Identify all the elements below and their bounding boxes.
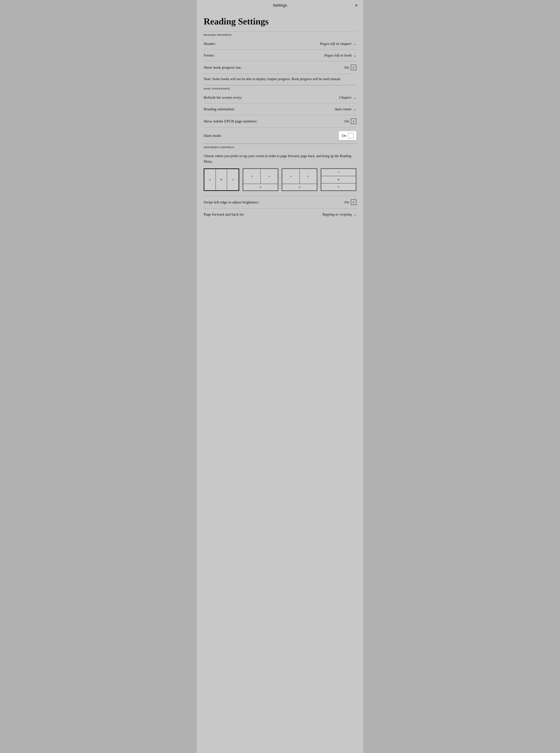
- header-setting-row: Header: Pages left in chapter ⌄: [204, 38, 356, 49]
- layout3-inner: > < ≡: [282, 169, 317, 190]
- epub-checkbox[interactable]: [351, 119, 356, 124]
- layout-box-3: > < ≡: [282, 168, 317, 191]
- refresh-chevron-icon: ⌄: [353, 95, 356, 100]
- layout1-left: <: [204, 169, 216, 190]
- layout-option-3[interactable]: > < ≡: [282, 168, 317, 191]
- dark-mode-setting-row: Dark mode: On: [204, 128, 356, 144]
- layout-option-1[interactable]: < ≡ >: [204, 168, 239, 191]
- epub-state: On: [344, 119, 349, 123]
- section-reading-progress: READING PROGRESS: [204, 32, 356, 38]
- page-title: Reading Settings: [204, 16, 356, 26]
- footer-dropdown[interactable]: Pages left in book ⌄: [324, 53, 356, 58]
- header-chevron-icon: ⌄: [353, 42, 356, 46]
- dark-mode-label: Dark mode:: [204, 134, 222, 138]
- footer-setting-row: Footer: Pages left in book ⌄: [204, 49, 356, 61]
- refresh-label: Refresh the screen every:: [204, 95, 242, 100]
- onscreen-description: Choose where you prefer to tap your scre…: [204, 150, 356, 168]
- section-onscreen-controls: ONSCREEN CONTROLS: [204, 144, 356, 150]
- layout-box-1: < ≡ >: [204, 168, 239, 191]
- brightness-setting-row: Swipe left edge to adjust brightness: On: [204, 196, 356, 209]
- brightness-label: Swipe left edge to adjust brightness:: [204, 200, 259, 204]
- layout3-bottom-menu: ≡: [282, 184, 317, 190]
- layout1-right: >: [227, 169, 239, 190]
- layout4-inner: < ≡ >: [321, 169, 356, 190]
- refresh-value: Chapter: [339, 95, 352, 100]
- progress-note: Note: Some books will not be able to dis…: [204, 74, 356, 85]
- modal-title: Settings: [273, 3, 287, 8]
- header-dropdown[interactable]: Pages left in chapter ⌄: [320, 41, 356, 46]
- layout2-top: < >: [243, 169, 278, 184]
- epub-setting-row: Show Adobe EPUB page numbers: On: [204, 115, 356, 128]
- refresh-setting-row: Refresh the screen every: Chapter ⌄: [204, 92, 356, 103]
- brightness-state: On: [344, 200, 349, 204]
- layout3-left: >: [282, 174, 299, 179]
- dark-mode-state: On: [342, 134, 346, 138]
- layout-box-2: < > ≡: [243, 168, 278, 191]
- progress-bar-control: On: [344, 65, 356, 70]
- layout2-bottom-menu: ≡: [243, 184, 278, 190]
- layout4-bottom: >: [321, 183, 356, 190]
- orientation-chevron-icon: ⌄: [353, 107, 356, 111]
- progress-bar-state: On: [344, 65, 349, 70]
- dark-mode-checkbox[interactable]: [348, 133, 354, 138]
- layout-option-4[interactable]: < ≡ >: [321, 168, 356, 191]
- orientation-value: Auto rotate: [335, 107, 352, 111]
- footer-label: Footer:: [204, 53, 215, 58]
- layout-box-4: < ≡ >: [321, 168, 356, 191]
- header-label: Header:: [204, 41, 216, 46]
- header-value: Pages left in chapter: [320, 41, 352, 46]
- layout2-inner: < > ≡: [243, 169, 278, 190]
- progress-bar-setting-row: Show book progress bar: On: [204, 61, 356, 74]
- brightness-control: On: [344, 200, 356, 205]
- epub-control: On: [344, 119, 356, 124]
- orientation-label: Reading orientation:: [204, 107, 235, 111]
- layout2-left: <: [243, 174, 260, 179]
- section-page-appearance: PAGE APPEARANCE: [204, 85, 356, 92]
- layout4-middle: ≡: [321, 176, 356, 183]
- refresh-dropdown[interactable]: Chapter ⌄: [339, 95, 356, 100]
- progress-bar-label: Show book progress bar:: [204, 65, 242, 70]
- page-forward-chevron-icon: ⌄: [353, 212, 356, 217]
- modal-header: Settings ×: [197, 0, 363, 11]
- epub-label: Show Adobe EPUB page numbers:: [204, 119, 257, 123]
- orientation-setting-row: Reading orientation: Auto rotate ⌄: [204, 103, 356, 115]
- layout1-center: ≡: [216, 169, 227, 190]
- settings-modal: Settings × Reading Settings READING PROG…: [197, 0, 363, 753]
- page-forward-value: Tapping or swiping: [322, 212, 352, 217]
- footer-value: Pages left in book: [324, 53, 352, 58]
- layout-option-2[interactable]: < > ≡: [243, 168, 278, 191]
- page-forward-setting-row: Page forward and back by: Tapping or swi…: [204, 209, 356, 220]
- layout-options: < ≡ > < > ≡: [204, 168, 356, 196]
- progress-bar-checkbox[interactable]: [351, 65, 356, 70]
- layout3-top: > <: [282, 169, 317, 184]
- layout2-right: >: [261, 174, 278, 179]
- page-forward-dropdown[interactable]: Tapping or swiping ⌄: [322, 212, 356, 217]
- layout3-right: <: [300, 174, 317, 179]
- page-forward-label: Page forward and back by:: [204, 212, 245, 217]
- layout4-top: <: [321, 169, 356, 176]
- orientation-dropdown[interactable]: Auto rotate ⌄: [335, 107, 356, 111]
- dark-mode-control: On: [339, 131, 356, 140]
- brightness-checkbox[interactable]: [351, 200, 356, 205]
- close-button[interactable]: ×: [354, 2, 359, 8]
- footer-chevron-icon: ⌄: [353, 53, 356, 57]
- settings-content: Reading Settings READING PROGRESS Header…: [197, 11, 363, 227]
